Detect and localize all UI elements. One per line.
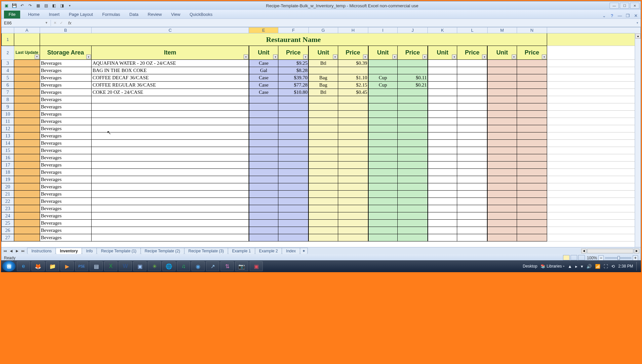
cell-price1-7[interactable]: $10.80 bbox=[278, 89, 309, 96]
col-head-N[interactable]: N bbox=[517, 27, 547, 33]
cell-unit4-17[interactable] bbox=[428, 162, 457, 169]
filter-icon[interactable]: ▼ bbox=[333, 55, 338, 59]
cell-unit3-8[interactable] bbox=[368, 96, 398, 103]
cell-blank[interactable] bbox=[547, 33, 641, 46]
cell-price3-4[interactable] bbox=[397, 67, 428, 74]
cell-storage-22[interactable]: Beverages bbox=[40, 198, 91, 205]
cell-price5-6[interactable] bbox=[517, 82, 547, 89]
cell-unit2-18[interactable] bbox=[308, 169, 338, 176]
accept-formula-icon[interactable]: ✓ bbox=[60, 21, 63, 25]
doc-minimize-icon[interactable]: — bbox=[617, 13, 623, 18]
cell-price1-18[interactable] bbox=[278, 169, 309, 176]
cell-unit5-25[interactable] bbox=[487, 220, 517, 227]
cell-price1-8[interactable] bbox=[278, 96, 309, 103]
cell-blank-19[interactable] bbox=[547, 176, 641, 183]
cell-price4-26[interactable] bbox=[457, 227, 488, 234]
cell-price1-5[interactable]: $39.70 bbox=[278, 74, 309, 82]
cell-unit4-11[interactable] bbox=[428, 118, 457, 125]
cell-price1-24[interactable] bbox=[278, 212, 309, 220]
cell-unit3-25[interactable] bbox=[368, 220, 398, 227]
cell-item-25[interactable] bbox=[91, 220, 249, 227]
filter-icon[interactable]: ▼ bbox=[244, 55, 248, 59]
cell-blank-16[interactable] bbox=[547, 154, 641, 162]
cell-unit2-17[interactable] bbox=[308, 162, 338, 169]
cell-A15[interactable] bbox=[14, 147, 40, 154]
cell-blank-13[interactable] bbox=[547, 132, 641, 140]
cell-price4-6[interactable] bbox=[457, 82, 488, 89]
maximize-button[interactable]: ☐ bbox=[620, 3, 629, 9]
cell-unit2-13[interactable] bbox=[308, 132, 338, 140]
cell-unit5-14[interactable] bbox=[487, 140, 517, 147]
cell-unit3-13[interactable] bbox=[368, 132, 398, 140]
cell-unit4-14[interactable] bbox=[428, 140, 457, 147]
h-scrollbar[interactable] bbox=[587, 249, 633, 253]
header-price-5[interactable]: Price▼ bbox=[517, 46, 547, 60]
cell-price2-12[interactable] bbox=[338, 125, 368, 132]
tray-clock[interactable]: 2:38 PM bbox=[618, 264, 633, 269]
header-unit-3[interactable]: Unit▼ bbox=[368, 46, 398, 60]
row-head-4[interactable]: 4 bbox=[2, 67, 14, 74]
cell-price1-16[interactable] bbox=[278, 154, 309, 162]
tray-app-icon[interactable]: ⛶ bbox=[604, 264, 608, 269]
cell-price5-17[interactable] bbox=[517, 162, 547, 169]
filter-icon[interactable]: ▼ bbox=[482, 55, 487, 59]
cell-item-13[interactable] bbox=[91, 132, 249, 140]
cell-unit1-5[interactable]: Case bbox=[249, 74, 278, 82]
header-unit-1[interactable]: Unit▼ bbox=[249, 46, 278, 60]
cell-storage-26[interactable]: Beverages bbox=[40, 227, 91, 234]
cell-price2-6[interactable]: $2.15 bbox=[338, 82, 368, 89]
taskbar-app-icon[interactable]: ▣ bbox=[133, 261, 146, 271]
select-all-corner[interactable] bbox=[2, 27, 14, 33]
taskbar-app-icon[interactable]: ▣ bbox=[250, 261, 263, 271]
cell-price4-8[interactable] bbox=[457, 96, 488, 103]
cell-price5-12[interactable] bbox=[517, 125, 547, 132]
cell-unit1-15[interactable] bbox=[249, 147, 278, 154]
cell-unit4-4[interactable] bbox=[428, 67, 457, 74]
sheet-tab-recipe-template-2-[interactable]: Recipe Template (2) bbox=[140, 248, 184, 254]
cell-price4-7[interactable] bbox=[457, 89, 488, 96]
cell-unit3-16[interactable] bbox=[368, 154, 398, 162]
row-head-18[interactable]: 18 bbox=[2, 169, 14, 176]
cell-storage-7[interactable]: Beverages bbox=[40, 89, 91, 96]
cell-price2-13[interactable] bbox=[338, 132, 368, 140]
row-head-25[interactable]: 25 bbox=[2, 220, 14, 227]
cell-price3-9[interactable] bbox=[397, 103, 428, 111]
scroll-left-icon[interactable]: ◀ bbox=[581, 249, 586, 253]
cell-price2-5[interactable]: $1.10 bbox=[338, 74, 368, 82]
cell-unit5-24[interactable] bbox=[487, 212, 517, 220]
tray-expand-icon[interactable]: ▲ bbox=[568, 264, 572, 269]
cell-price5-27[interactable] bbox=[517, 234, 547, 241]
cell-price1-26[interactable] bbox=[278, 227, 309, 234]
qat-dropdown-icon[interactable]: ▼ bbox=[67, 3, 73, 9]
cell-storage-19[interactable]: Beverages bbox=[40, 176, 91, 183]
cell-unit5-15[interactable] bbox=[487, 147, 517, 154]
scroll-right-icon[interactable]: ▶ bbox=[634, 249, 639, 253]
cell-price2-22[interactable] bbox=[338, 198, 368, 205]
cell-unit5-16[interactable] bbox=[487, 154, 517, 162]
start-button[interactable]: ⊞ bbox=[2, 261, 16, 272]
cell-unit4-25[interactable] bbox=[428, 220, 457, 227]
zoom-in-button[interactable]: + bbox=[633, 255, 638, 261]
filter-icon[interactable]: ▼ bbox=[35, 55, 39, 59]
cell-A4[interactable] bbox=[14, 67, 40, 74]
col-head-E[interactable]: E bbox=[249, 27, 278, 33]
cell-blank-3[interactable] bbox=[547, 60, 641, 67]
cell-item-12[interactable] bbox=[91, 125, 249, 132]
cell-price5-15[interactable] bbox=[517, 147, 547, 154]
taskbar-mediaplayer-icon[interactable]: ▶ bbox=[60, 261, 74, 271]
sheet-tab-example-2[interactable]: Example 2 bbox=[255, 248, 282, 254]
normal-view-button[interactable] bbox=[563, 255, 570, 260]
cell-storage-15[interactable]: Beverages bbox=[40, 147, 91, 154]
cell-unit3-10[interactable] bbox=[368, 111, 398, 118]
view-tab[interactable]: View bbox=[166, 11, 185, 18]
taskbar-app-icon[interactable]: ✳ bbox=[148, 261, 161, 271]
cell-item-10[interactable] bbox=[91, 111, 249, 118]
cell-price4-17[interactable] bbox=[457, 162, 488, 169]
cell-unit1-12[interactable] bbox=[249, 125, 278, 132]
col-head-G[interactable]: G bbox=[308, 27, 338, 33]
cell-price5-20[interactable] bbox=[517, 183, 547, 191]
cell-blank-8[interactable] bbox=[547, 96, 641, 103]
taskbar-notepad-icon[interactable]: ▤ bbox=[90, 261, 103, 271]
filter-icon[interactable]: ▼ bbox=[542, 55, 546, 59]
header-price-1[interactable]: Price▼ bbox=[278, 46, 309, 60]
